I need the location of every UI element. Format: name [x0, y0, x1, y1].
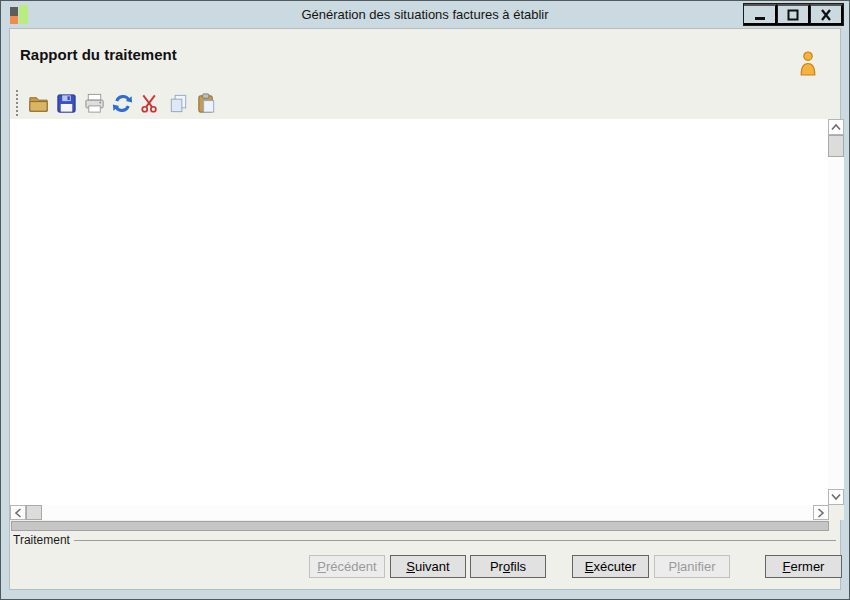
cut-icon: [139, 92, 162, 115]
traitement-label: Traitement: [13, 533, 70, 547]
scrollbar-corner: [829, 505, 844, 520]
copy-icon: [167, 92, 190, 115]
toolbar-gripper[interactable]: [16, 90, 19, 116]
window-title: Génération des situations factures à éta…: [1, 1, 849, 28]
progress-bar: [11, 521, 829, 531]
vertical-scroll-thumb[interactable]: [828, 135, 844, 157]
toolbar: [14, 89, 220, 117]
minimize-button[interactable]: [744, 4, 777, 25]
save-icon: [55, 92, 78, 115]
traitement-group: Traitement: [13, 532, 836, 547]
print-icon: [83, 92, 106, 115]
suivant-button[interactable]: Suivant: [390, 555, 466, 578]
traitement-divider-line: [74, 540, 836, 541]
minimize-icon: [753, 9, 767, 21]
open-folder-icon: [27, 92, 50, 115]
dialog-window: Génération des situations factures à éta…: [0, 0, 850, 600]
close-button[interactable]: [810, 4, 843, 25]
print-button[interactable]: [80, 89, 108, 117]
cut-button[interactable]: [136, 89, 164, 117]
window-controls: [743, 3, 844, 26]
refresh-icon: [111, 92, 134, 115]
maximize-button[interactable]: [777, 4, 810, 25]
chevron-up-icon: [830, 123, 842, 131]
maximize-icon: [786, 9, 800, 21]
fermer-button[interactable]: Fermer: [765, 555, 842, 578]
paste-button[interactable]: [192, 89, 220, 117]
vertical-scrollbar[interactable]: [828, 119, 844, 505]
paste-icon: [195, 92, 218, 115]
chevron-left-icon: [14, 507, 22, 519]
planifier-button[interactable]: Planifier: [654, 555, 730, 578]
scroll-up-button[interactable]: [828, 119, 844, 135]
chevron-right-icon: [817, 507, 825, 519]
refresh-button[interactable]: [108, 89, 136, 117]
close-icon: [819, 9, 833, 21]
scroll-right-button[interactable]: [813, 505, 829, 520]
title-bar[interactable]: Génération des situations factures à éta…: [1, 1, 849, 28]
page-title: Rapport du traitement: [20, 46, 177, 63]
horizontal-scrollbar[interactable]: [10, 505, 829, 520]
report-area[interactable]: [10, 119, 828, 505]
scroll-left-button[interactable]: [10, 505, 26, 520]
save-button[interactable]: [52, 89, 80, 117]
scroll-down-button[interactable]: [828, 489, 844, 505]
executer-button[interactable]: Exécuter: [572, 555, 649, 578]
dialog-content: Rapport du traitement: [9, 28, 841, 590]
copy-button[interactable]: [164, 89, 192, 117]
user-icon: [798, 50, 818, 77]
horizontal-scroll-thumb[interactable]: [26, 505, 42, 520]
chevron-down-icon: [830, 493, 842, 501]
open-folder-button[interactable]: [24, 89, 52, 117]
precedent-button[interactable]: Précédent: [309, 555, 385, 578]
profils-button[interactable]: Profils: [470, 555, 546, 578]
